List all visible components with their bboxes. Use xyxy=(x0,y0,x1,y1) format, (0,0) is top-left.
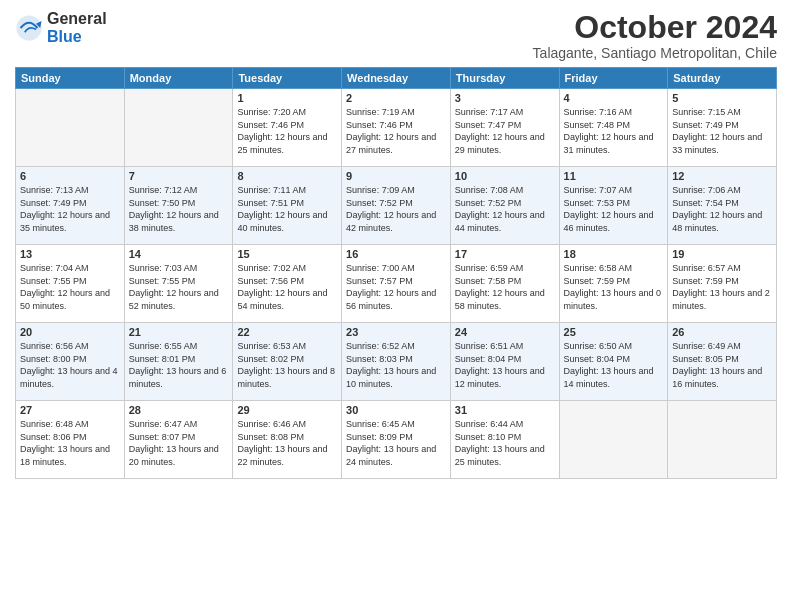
logo-blue: Blue xyxy=(47,28,82,45)
day-info: Sunrise: 7:20 AMSunset: 7:46 PMDaylight:… xyxy=(237,106,337,156)
cell-w5-d1: 28Sunrise: 6:47 AMSunset: 8:07 PMDayligh… xyxy=(124,401,233,479)
day-number: 8 xyxy=(237,170,337,182)
month-title: October 2024 xyxy=(533,10,777,45)
day-number: 4 xyxy=(564,92,664,104)
day-number: 24 xyxy=(455,326,555,338)
cell-w3-d2: 15Sunrise: 7:02 AMSunset: 7:56 PMDayligh… xyxy=(233,245,342,323)
day-info: Sunrise: 7:09 AMSunset: 7:52 PMDaylight:… xyxy=(346,184,446,234)
col-tuesday: Tuesday xyxy=(233,68,342,89)
cell-w3-d3: 16Sunrise: 7:00 AMSunset: 7:57 PMDayligh… xyxy=(342,245,451,323)
cell-w2-d3: 9Sunrise: 7:09 AMSunset: 7:52 PMDaylight… xyxy=(342,167,451,245)
day-info: Sunrise: 7:08 AMSunset: 7:52 PMDaylight:… xyxy=(455,184,555,234)
day-info: Sunrise: 7:13 AMSunset: 7:49 PMDaylight:… xyxy=(20,184,120,234)
col-monday: Monday xyxy=(124,68,233,89)
day-info: Sunrise: 6:48 AMSunset: 8:06 PMDaylight:… xyxy=(20,418,120,468)
day-number: 27 xyxy=(20,404,120,416)
cell-w4-d0: 20Sunrise: 6:56 AMSunset: 8:00 PMDayligh… xyxy=(16,323,125,401)
col-wednesday: Wednesday xyxy=(342,68,451,89)
cell-w5-d5 xyxy=(559,401,668,479)
cell-w3-d5: 18Sunrise: 6:58 AMSunset: 7:59 PMDayligh… xyxy=(559,245,668,323)
day-number: 19 xyxy=(672,248,772,260)
day-number: 18 xyxy=(564,248,664,260)
cell-w4-d1: 21Sunrise: 6:55 AMSunset: 8:01 PMDayligh… xyxy=(124,323,233,401)
cell-w1-d4: 3Sunrise: 7:17 AMSunset: 7:47 PMDaylight… xyxy=(450,89,559,167)
day-info: Sunrise: 7:07 AMSunset: 7:53 PMDaylight:… xyxy=(564,184,664,234)
day-number: 21 xyxy=(129,326,229,338)
day-info: Sunrise: 7:02 AMSunset: 7:56 PMDaylight:… xyxy=(237,262,337,312)
day-number: 17 xyxy=(455,248,555,260)
day-number: 20 xyxy=(20,326,120,338)
day-info: Sunrise: 7:11 AMSunset: 7:51 PMDaylight:… xyxy=(237,184,337,234)
day-number: 13 xyxy=(20,248,120,260)
day-number: 1 xyxy=(237,92,337,104)
day-info: Sunrise: 6:44 AMSunset: 8:10 PMDaylight:… xyxy=(455,418,555,468)
day-info: Sunrise: 7:00 AMSunset: 7:57 PMDaylight:… xyxy=(346,262,446,312)
logo-general: General xyxy=(47,10,107,27)
calendar-body: 1Sunrise: 7:20 AMSunset: 7:46 PMDaylight… xyxy=(16,89,777,479)
day-info: Sunrise: 6:56 AMSunset: 8:00 PMDaylight:… xyxy=(20,340,120,390)
day-info: Sunrise: 6:59 AMSunset: 7:58 PMDaylight:… xyxy=(455,262,555,312)
day-info: Sunrise: 6:52 AMSunset: 8:03 PMDaylight:… xyxy=(346,340,446,390)
day-info: Sunrise: 7:17 AMSunset: 7:47 PMDaylight:… xyxy=(455,106,555,156)
day-number: 11 xyxy=(564,170,664,182)
cell-w4-d4: 24Sunrise: 6:51 AMSunset: 8:04 PMDayligh… xyxy=(450,323,559,401)
week-row-2: 6Sunrise: 7:13 AMSunset: 7:49 PMDaylight… xyxy=(16,167,777,245)
day-info: Sunrise: 6:57 AMSunset: 7:59 PMDaylight:… xyxy=(672,262,772,312)
day-info: Sunrise: 7:15 AMSunset: 7:49 PMDaylight:… xyxy=(672,106,772,156)
cell-w2-d1: 7Sunrise: 7:12 AMSunset: 7:50 PMDaylight… xyxy=(124,167,233,245)
cell-w5-d3: 30Sunrise: 6:45 AMSunset: 8:09 PMDayligh… xyxy=(342,401,451,479)
cell-w3-d0: 13Sunrise: 7:04 AMSunset: 7:55 PMDayligh… xyxy=(16,245,125,323)
logo-text: General Blue xyxy=(47,10,107,45)
day-info: Sunrise: 7:04 AMSunset: 7:55 PMDaylight:… xyxy=(20,262,120,312)
title-block: October 2024 Talagante, Santiago Metropo… xyxy=(533,10,777,61)
page-container: General Blue October 2024 Talagante, San… xyxy=(0,0,792,489)
cell-w2-d5: 11Sunrise: 7:07 AMSunset: 7:53 PMDayligh… xyxy=(559,167,668,245)
cell-w1-d5: 4Sunrise: 7:16 AMSunset: 7:48 PMDaylight… xyxy=(559,89,668,167)
cell-w1-d3: 2Sunrise: 7:19 AMSunset: 7:46 PMDaylight… xyxy=(342,89,451,167)
cell-w5-d2: 29Sunrise: 6:46 AMSunset: 8:08 PMDayligh… xyxy=(233,401,342,479)
day-number: 7 xyxy=(129,170,229,182)
week-row-4: 20Sunrise: 6:56 AMSunset: 8:00 PMDayligh… xyxy=(16,323,777,401)
day-info: Sunrise: 7:12 AMSunset: 7:50 PMDaylight:… xyxy=(129,184,229,234)
location-subtitle: Talagante, Santiago Metropolitan, Chile xyxy=(533,45,777,61)
week-row-1: 1Sunrise: 7:20 AMSunset: 7:46 PMDaylight… xyxy=(16,89,777,167)
cell-w3-d6: 19Sunrise: 6:57 AMSunset: 7:59 PMDayligh… xyxy=(668,245,777,323)
day-info: Sunrise: 6:51 AMSunset: 8:04 PMDaylight:… xyxy=(455,340,555,390)
day-info: Sunrise: 6:58 AMSunset: 7:59 PMDaylight:… xyxy=(564,262,664,312)
day-info: Sunrise: 6:46 AMSunset: 8:08 PMDaylight:… xyxy=(237,418,337,468)
cell-w2-d6: 12Sunrise: 7:06 AMSunset: 7:54 PMDayligh… xyxy=(668,167,777,245)
cell-w5-d4: 31Sunrise: 6:44 AMSunset: 8:10 PMDayligh… xyxy=(450,401,559,479)
calendar-header: Sunday Monday Tuesday Wednesday Thursday… xyxy=(16,68,777,89)
day-number: 31 xyxy=(455,404,555,416)
day-number: 30 xyxy=(346,404,446,416)
day-number: 25 xyxy=(564,326,664,338)
day-number: 16 xyxy=(346,248,446,260)
day-info: Sunrise: 7:03 AMSunset: 7:55 PMDaylight:… xyxy=(129,262,229,312)
cell-w1-d1 xyxy=(124,89,233,167)
cell-w1-d2: 1Sunrise: 7:20 AMSunset: 7:46 PMDaylight… xyxy=(233,89,342,167)
col-thursday: Thursday xyxy=(450,68,559,89)
cell-w2-d0: 6Sunrise: 7:13 AMSunset: 7:49 PMDaylight… xyxy=(16,167,125,245)
day-number: 15 xyxy=(237,248,337,260)
cell-w5-d6 xyxy=(668,401,777,479)
cell-w4-d3: 23Sunrise: 6:52 AMSunset: 8:03 PMDayligh… xyxy=(342,323,451,401)
cell-w1-d6: 5Sunrise: 7:15 AMSunset: 7:49 PMDaylight… xyxy=(668,89,777,167)
day-number: 12 xyxy=(672,170,772,182)
day-info: Sunrise: 6:50 AMSunset: 8:04 PMDaylight:… xyxy=(564,340,664,390)
day-number: 26 xyxy=(672,326,772,338)
cell-w1-d0 xyxy=(16,89,125,167)
day-number: 28 xyxy=(129,404,229,416)
day-number: 6 xyxy=(20,170,120,182)
week-row-3: 13Sunrise: 7:04 AMSunset: 7:55 PMDayligh… xyxy=(16,245,777,323)
day-number: 10 xyxy=(455,170,555,182)
logo-icon xyxy=(15,14,43,42)
col-friday: Friday xyxy=(559,68,668,89)
day-number: 14 xyxy=(129,248,229,260)
header-row: Sunday Monday Tuesday Wednesday Thursday… xyxy=(16,68,777,89)
day-info: Sunrise: 6:55 AMSunset: 8:01 PMDaylight:… xyxy=(129,340,229,390)
col-sunday: Sunday xyxy=(16,68,125,89)
day-number: 9 xyxy=(346,170,446,182)
week-row-5: 27Sunrise: 6:48 AMSunset: 8:06 PMDayligh… xyxy=(16,401,777,479)
day-info: Sunrise: 6:47 AMSunset: 8:07 PMDaylight:… xyxy=(129,418,229,468)
day-info: Sunrise: 6:45 AMSunset: 8:09 PMDaylight:… xyxy=(346,418,446,468)
